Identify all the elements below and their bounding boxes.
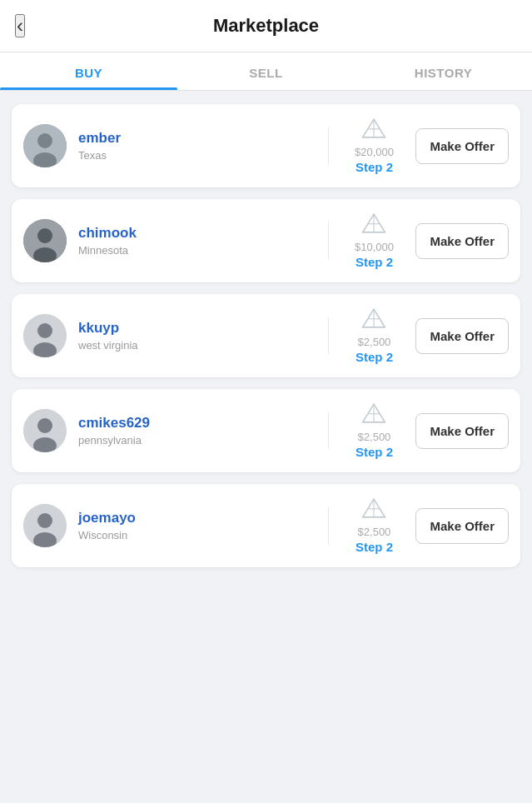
listing-card-chimook: chimook Minnesota $10,000 Step 2 Make Of…	[12, 199, 520, 282]
user-name-ember: ember	[78, 130, 313, 147]
avatar-chimook	[23, 219, 67, 262]
header: ‹ Marketplace	[0, 0, 532, 52]
user-name-kkuyp: kkuyp	[78, 320, 313, 337]
make-offer-button-joemayo[interactable]: Make Offer	[415, 508, 509, 544]
user-name-cmikes629: cmikes629	[78, 415, 313, 431]
price-amount-ember: $20,000	[355, 146, 394, 158]
divider	[328, 127, 329, 164]
price-step-chimook: Step 2	[355, 255, 393, 269]
pyramid-icon-kkuyp	[361, 307, 386, 332]
user-info-kkuyp: kkuyp west virginia	[67, 320, 325, 352]
listing-card-joemayo: joemayo Wisconsin $2,500 Step 2 Make Off…	[12, 484, 520, 567]
tabs-nav: BUY SELL HISTORY	[0, 52, 532, 91]
divider	[328, 222, 329, 259]
back-button[interactable]: ‹	[15, 14, 25, 37]
divider	[328, 317, 329, 354]
svg-point-8	[37, 228, 52, 243]
user-location-kkuyp: west virginia	[78, 339, 313, 352]
avatar-kkuyp	[23, 314, 67, 357]
user-name-joemayo: joemayo	[78, 510, 313, 526]
user-location-joemayo: Wisconsin	[78, 529, 313, 541]
price-amount-joemayo: $2,500	[358, 526, 391, 538]
pyramid-icon-cmikes629	[361, 402, 386, 427]
price-step-joemayo: Step 2	[355, 540, 393, 554]
price-step-ember: Step 2	[355, 160, 393, 174]
user-name-chimook: chimook	[78, 225, 313, 242]
tab-buy[interactable]: BUY	[0, 52, 177, 90]
user-location-cmikes629: pennsylvania	[78, 434, 313, 446]
svg-point-1	[37, 133, 52, 148]
price-info-joemayo: $2,500 Step 2	[332, 497, 415, 554]
divider	[328, 507, 329, 544]
user-info-ember: ember Texas	[67, 130, 325, 162]
listing-card-cmikes629: cmikes629 pennsylvania $2,500 Step 2 Mak…	[12, 389, 520, 472]
pyramid-icon-joemayo	[361, 497, 386, 522]
price-amount-kkuyp: $2,500	[358, 336, 391, 348]
make-offer-button-chimook[interactable]: Make Offer	[415, 223, 509, 259]
tab-sell[interactable]: SELL	[177, 52, 355, 90]
svg-point-15	[37, 323, 52, 338]
make-offer-button-kkuyp[interactable]: Make Offer	[415, 318, 509, 354]
svg-point-29	[37, 513, 52, 528]
pyramid-icon-ember	[361, 117, 386, 142]
price-step-kkuyp: Step 2	[355, 350, 393, 364]
user-location-ember: Texas	[78, 149, 313, 162]
make-offer-button-cmikes629[interactable]: Make Offer	[415, 413, 509, 449]
price-info-chimook: $10,000 Step 2	[332, 212, 415, 269]
price-amount-chimook: $10,000	[355, 241, 394, 253]
listing-card-kkuyp: kkuyp west virginia $2,500 Step 2 Make O…	[12, 294, 520, 377]
user-info-chimook: chimook Minnesota	[67, 225, 325, 257]
avatar-ember	[23, 124, 67, 167]
pyramid-icon-chimook	[361, 212, 386, 237]
listing-card-ember: ember Texas $20,000 Step 2 Make Offer	[12, 104, 520, 187]
avatar-cmikes629	[23, 409, 67, 452]
user-info-joemayo: joemayo Wisconsin	[67, 510, 325, 541]
tab-history[interactable]: HISTORY	[355, 52, 532, 90]
page-title: Marketplace	[213, 15, 319, 37]
price-info-ember: $20,000 Step 2	[332, 117, 415, 174]
make-offer-button-ember[interactable]: Make Offer	[415, 128, 509, 164]
price-step-cmikes629: Step 2	[355, 445, 393, 459]
svg-point-22	[37, 418, 52, 433]
user-info-cmikes629: cmikes629 pennsylvania	[67, 415, 325, 446]
price-info-kkuyp: $2,500 Step 2	[332, 307, 415, 364]
avatar-joemayo	[23, 504, 67, 547]
price-amount-cmikes629: $2,500	[358, 431, 391, 443]
user-location-chimook: Minnesota	[78, 244, 313, 257]
listings-content: ember Texas $20,000 Step 2 Make Offer	[0, 91, 532, 581]
divider	[328, 412, 329, 449]
price-info-cmikes629: $2,500 Step 2	[332, 402, 415, 459]
